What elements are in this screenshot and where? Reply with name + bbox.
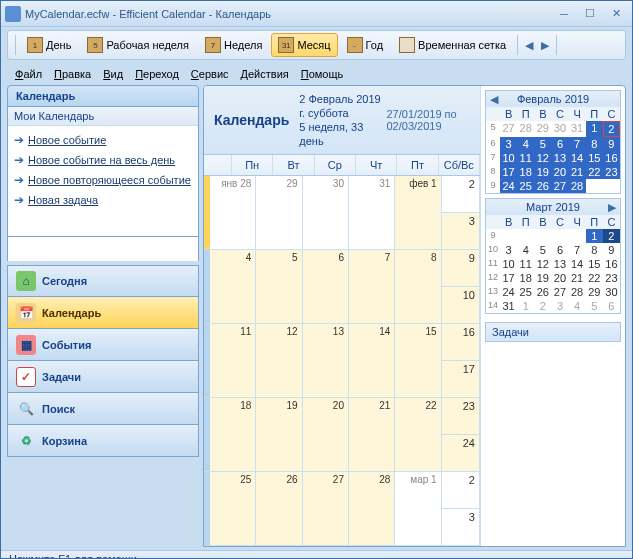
menu-actions[interactable]: Действия — [235, 66, 295, 82]
mini-day[interactable] — [603, 179, 620, 193]
mini-day[interactable]: 5 — [586, 299, 603, 313]
day-cell[interactable]: 26 — [256, 472, 302, 545]
mini-day[interactable]: 5 — [534, 243, 551, 257]
mini-day[interactable]: 24 — [500, 285, 517, 299]
mini-day[interactable]: 19 — [534, 271, 551, 285]
day-cell[interactable]: мар 1 — [395, 472, 441, 545]
day-cell[interactable]: 5 — [256, 250, 302, 323]
nav-today[interactable]: ⌂Сегодня — [7, 265, 199, 297]
day-cell[interactable]: 19 — [256, 398, 302, 471]
mini-day[interactable]: 2 — [534, 299, 551, 313]
mini-day[interactable]: 6 — [603, 299, 620, 313]
mini-day[interactable]: 1 — [517, 299, 534, 313]
mini-day[interactable]: 25 — [517, 179, 534, 193]
mini-day[interactable]: 16 — [603, 151, 620, 165]
day-cell[interactable]: 28 — [349, 472, 395, 545]
day-cell[interactable]: 4 — [210, 250, 256, 323]
day-cell[interactable]: янв 28 — [210, 176, 256, 249]
mini-day[interactable]: 3 — [500, 137, 517, 151]
mini-day[interactable]: 4 — [517, 243, 534, 257]
mini-day[interactable]: 22 — [586, 165, 603, 179]
mini-day[interactable]: 6 — [551, 137, 568, 151]
day-cell[interactable]: фев 1 — [395, 176, 441, 249]
mini-day[interactable]: 24 — [500, 179, 517, 193]
mini-day[interactable]: 26 — [534, 179, 551, 193]
day-cell[interactable]: 1617 — [442, 324, 480, 397]
mini-next-icon[interactable]: ▶ — [608, 201, 616, 214]
day-cell[interactable]: 23 — [442, 176, 480, 249]
day-cell[interactable]: 14 — [349, 324, 395, 397]
mini-prev-icon[interactable]: ◀ — [490, 93, 498, 106]
menu-edit[interactable]: Правка — [48, 66, 97, 82]
view-month-button[interactable]: 31Месяц — [271, 33, 337, 57]
mini-day[interactable]: 4 — [517, 137, 534, 151]
mini-day[interactable]: 6 — [551, 243, 568, 257]
menu-view[interactable]: Вид — [97, 66, 129, 82]
mini-day[interactable]: 29 — [586, 285, 603, 299]
mini-day[interactable]: 9 — [603, 243, 620, 257]
mini-day[interactable]: 17 — [500, 165, 517, 179]
menu-file[interactable]: Файл — [9, 66, 48, 82]
mini-day[interactable] — [586, 179, 603, 193]
mini-day[interactable]: 20 — [551, 271, 568, 285]
nav-search[interactable]: 🔍Поиск — [7, 393, 199, 425]
day-cell[interactable]: 22 — [395, 398, 441, 471]
tasks-panel-header[interactable]: Задачи — [485, 322, 621, 342]
mini-day[interactable]: 8 — [586, 243, 603, 257]
mini-day[interactable]: 22 — [586, 271, 603, 285]
sidebar-link[interactable]: ➔Новое событие на весь день — [8, 150, 198, 170]
menu-help[interactable]: Помощь — [295, 66, 350, 82]
mini-day[interactable]: 31 — [569, 121, 586, 137]
mini-day[interactable]: 3 — [551, 299, 568, 313]
mini-day[interactable]: 4 — [569, 299, 586, 313]
mini-day[interactable]: 30 — [603, 285, 620, 299]
view-day-button[interactable]: 1День — [20, 33, 78, 57]
day-cell[interactable]: 2324 — [442, 398, 480, 471]
mini-day[interactable]: 2 — [603, 229, 620, 243]
next-button[interactable]: ▶ — [537, 37, 553, 53]
mini-day[interactable]: 11 — [517, 257, 534, 271]
menu-goto[interactable]: Переход — [129, 66, 185, 82]
day-cell[interactable]: 30 — [303, 176, 349, 249]
day-cell[interactable]: 910 — [442, 250, 480, 323]
mini-day[interactable]: 29 — [534, 121, 551, 137]
mini-day[interactable]: 10 — [500, 257, 517, 271]
mini-day[interactable] — [500, 229, 517, 243]
mini-day[interactable]: 30 — [551, 121, 568, 137]
mini-day[interactable]: 3 — [500, 243, 517, 257]
mini-day[interactable]: 23 — [603, 271, 620, 285]
day-cell[interactable]: 7 — [349, 250, 395, 323]
view-timegrid-button[interactable]: Временная сетка — [392, 33, 513, 57]
mini-day[interactable]: 28 — [517, 121, 534, 137]
mini-day[interactable]: 12 — [534, 257, 551, 271]
mini-day[interactable]: 17 — [500, 271, 517, 285]
day-cell[interactable]: 20 — [303, 398, 349, 471]
view-week-button[interactable]: 7Неделя — [198, 33, 269, 57]
mini-day[interactable] — [569, 229, 586, 243]
day-cell[interactable]: 6 — [303, 250, 349, 323]
mini-day[interactable]: 5 — [534, 137, 551, 151]
mini-day[interactable]: 14 — [569, 151, 586, 165]
mini-day[interactable]: 15 — [586, 151, 603, 165]
mini-day[interactable]: 27 — [551, 285, 568, 299]
day-cell[interactable]: 31 — [349, 176, 395, 249]
mini-day[interactable]: 16 — [603, 257, 620, 271]
view-year-button[interactable]: -Год — [340, 33, 391, 57]
mini-day[interactable] — [551, 229, 568, 243]
day-cell[interactable]: 29 — [256, 176, 302, 249]
mini-day[interactable]: 13 — [551, 151, 568, 165]
menu-service[interactable]: Сервис — [185, 66, 235, 82]
mini-day[interactable]: 13 — [551, 257, 568, 271]
day-cell[interactable]: 27 — [303, 472, 349, 545]
day-cell[interactable]: 25 — [210, 472, 256, 545]
mini-day[interactable]: 14 — [569, 257, 586, 271]
close-button[interactable]: ✕ — [604, 5, 628, 23]
view-workweek-button[interactable]: 5Рабочая неделя — [80, 33, 196, 57]
mini-day[interactable]: 21 — [569, 165, 586, 179]
day-cell[interactable]: 18 — [210, 398, 256, 471]
day-cell[interactable]: 11 — [210, 324, 256, 397]
mini-day[interactable]: 20 — [551, 165, 568, 179]
sidebar-link[interactable]: ➔Новая задача — [8, 190, 198, 210]
mini-day[interactable]: 11 — [517, 151, 534, 165]
nav-calendar[interactable]: 📅Календарь — [7, 297, 199, 329]
